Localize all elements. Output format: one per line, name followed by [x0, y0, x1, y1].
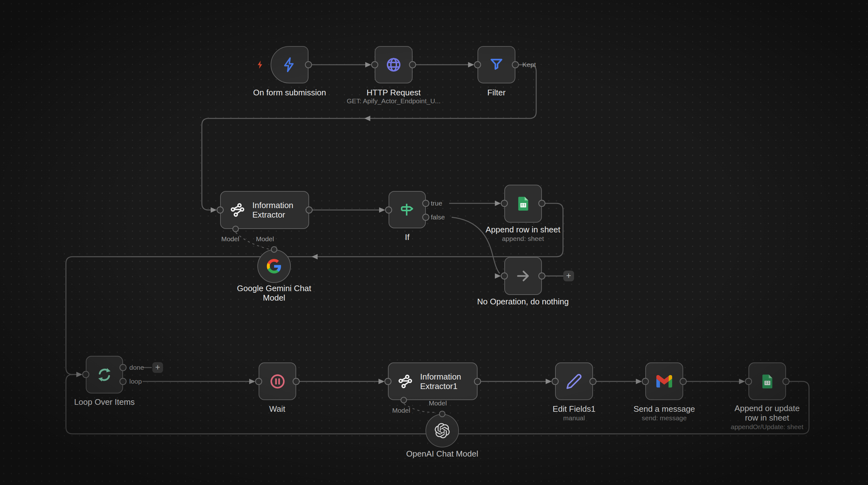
add-node-plus-button[interactable]: + — [152, 362, 163, 373]
output-port[interactable] — [293, 378, 299, 384]
node-label: If — [376, 232, 439, 242]
node-subtitle: appendOr/Update: sheet — [720, 423, 814, 431]
node-label: Google Gemini Chat Model — [227, 284, 321, 303]
output-port[interactable] — [306, 207, 312, 213]
node-subtitle: send: message — [626, 414, 702, 422]
input-port[interactable] — [255, 378, 262, 384]
node-label: Loop Over Items — [57, 397, 152, 407]
node-label: Append or update row in sheet — [727, 403, 807, 423]
node-label: Send a message — [620, 404, 708, 413]
node-label: Edit Fields1 — [533, 404, 615, 413]
output-port[interactable] — [539, 200, 545, 206]
input-port[interactable] — [501, 273, 507, 279]
input-port[interactable] — [552, 378, 558, 384]
model-port-label: Model — [221, 235, 239, 243]
output-port-false[interactable] — [423, 214, 429, 220]
output-port[interactable] — [512, 62, 519, 68]
input-port[interactable] — [372, 62, 378, 68]
node-label: No Operation, do nothing — [457, 297, 589, 306]
output-port[interactable] — [783, 378, 789, 384]
output-port[interactable] — [409, 62, 416, 68]
node-label: Wait — [246, 404, 309, 413]
model-link-label: Model — [256, 235, 274, 243]
output-port-label: Kept — [522, 61, 536, 68]
node-label: Append row in sheet — [472, 225, 574, 234]
input-port[interactable] — [385, 207, 392, 213]
node-subtitle: manual — [542, 414, 606, 422]
input-port[interactable] — [501, 200, 507, 206]
output-port[interactable] — [474, 378, 481, 384]
workflow-canvas[interactable]: On form submission HTTP Request GET: Api… — [0, 0, 868, 485]
output-port[interactable] — [680, 378, 686, 384]
output-port[interactable] — [305, 62, 312, 68]
loop-done-label: done — [129, 364, 144, 371]
model-input-port[interactable] — [439, 411, 445, 417]
node-label: HTTP Request — [328, 88, 460, 97]
input-port[interactable] — [642, 378, 649, 384]
model-link-label: Model — [429, 399, 446, 407]
if-true-label: true — [431, 200, 442, 207]
node-label: OpenAI Chat Model — [389, 449, 496, 458]
output-port-true[interactable] — [423, 200, 429, 206]
input-port[interactable] — [745, 378, 752, 384]
output-port-loop[interactable] — [120, 378, 126, 384]
output-port[interactable] — [539, 273, 545, 279]
output-port-done[interactable] — [120, 364, 126, 371]
add-node-plus-button[interactable]: + — [563, 270, 574, 281]
input-port[interactable] — [385, 378, 391, 384]
if-false-label: false — [431, 213, 445, 221]
input-port[interactable] — [83, 371, 89, 378]
model-port[interactable] — [401, 397, 407, 403]
input-port[interactable] — [217, 207, 223, 213]
node-subtitle: GET: Apify_Actor_Endpoint_U... — [321, 97, 466, 105]
model-port[interactable] — [233, 226, 239, 232]
model-input-port[interactable] — [271, 247, 277, 252]
node-subtitle: append: sheet — [476, 235, 570, 242]
loop-loop-label: loop — [129, 378, 142, 385]
output-port[interactable] — [590, 378, 596, 384]
input-port[interactable] — [474, 62, 481, 68]
node-label: Filter — [449, 88, 544, 97]
model-port-label: Model — [392, 407, 410, 414]
